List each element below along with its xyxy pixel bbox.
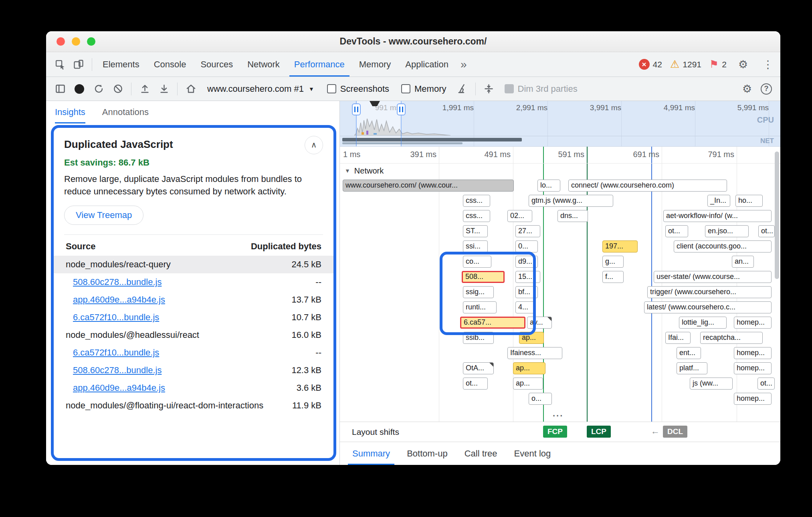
collect-garbage-icon[interactable]: [453, 80, 471, 98]
network-request-bar[interactable]: Ifai...: [665, 332, 691, 344]
network-request-bar[interactable]: 0...: [515, 240, 538, 252]
source-file-link[interactable]: app.460d9e...a94b4e.js: [73, 295, 291, 305]
network-request-bar[interactable]: css...: [463, 195, 490, 207]
network-request-bar[interactable]: ot...: [665, 225, 688, 237]
network-request-bar[interactable]: latest/ (www.coursehero.c...: [644, 301, 772, 313]
network-request-bar[interactable]: ap...: [513, 362, 545, 374]
vertical-scrollbar[interactable]: [775, 151, 779, 279]
network-request-bar[interactable]: ST...: [463, 225, 488, 237]
more-tabs-button[interactable]: »: [456, 52, 472, 77]
network-request-bar[interactable]: connect/ (www.coursehero.com): [568, 180, 727, 192]
selection-handle-left[interactable]: [352, 103, 361, 115]
network-request-bar[interactable]: dns...: [557, 210, 588, 222]
network-request-bar[interactable]: 02...: [507, 210, 532, 222]
network-request-bar[interactable]: f...: [602, 271, 624, 283]
minimize-button[interactable]: [72, 37, 80, 46]
network-request-bar[interactable]: lo...: [537, 180, 560, 192]
close-button[interactable]: [57, 37, 65, 46]
reload-and-record-button[interactable]: [89, 80, 108, 98]
network-request-bar[interactable]: platf...: [677, 362, 707, 374]
capture-settings-gear-icon[interactable]: ⚙: [738, 80, 756, 98]
source-file-link[interactable]: 6.ca572f10...bundle.js: [73, 347, 315, 358]
source-file-link[interactable]: app.460d9e...a94b4e.js: [73, 383, 297, 393]
record-button[interactable]: [70, 80, 89, 98]
network-request-bar[interactable]: _In...: [707, 195, 730, 207]
network-request-bar[interactable]: d9...: [515, 256, 538, 268]
network-request-bar[interactable]: ot...: [463, 378, 488, 390]
tab-network[interactable]: Network: [240, 52, 287, 77]
checkbox-icon[interactable]: [505, 84, 514, 93]
network-request-bar[interactable]: en.jso...: [705, 225, 749, 237]
zoom-button[interactable]: [87, 37, 95, 46]
source-file-link[interactable]: 6.ca572f10...bundle.js: [73, 312, 291, 323]
device-toolbar-icon[interactable]: [70, 56, 87, 73]
network-request-bar[interactable]: 6.ca57...: [460, 317, 525, 329]
network-request-bar[interactable]: ay...: [527, 317, 552, 329]
drawer-tab-call-tree[interactable]: Call tree: [456, 442, 506, 465]
tab-elements[interactable]: Elements: [95, 52, 147, 77]
network-request-bar[interactable]: user-state/ (www.course...: [654, 271, 772, 283]
network-request-bar[interactable]: 508...: [462, 271, 505, 283]
tab-sources[interactable]: Sources: [193, 52, 240, 77]
network-request-bar[interactable]: 15...: [515, 271, 540, 283]
collapse-sections-icon[interactable]: [480, 80, 498, 98]
network-request-bar[interactable]: ot...: [757, 378, 775, 390]
source-file-link[interactable]: 508.60c278...bundle.js: [73, 365, 291, 376]
network-request-bar[interactable]: gtm.js (www.g...: [529, 195, 613, 207]
timeline-overview[interactable]: 991 ms1,991 ms2,991 ms3,991 ms4,991 ms5,…: [340, 101, 780, 147]
network-request-bar[interactable]: ap...: [519, 332, 544, 344]
network-request-bar[interactable]: 27...: [515, 225, 540, 237]
view-treemap-button[interactable]: View Treemap: [64, 206, 143, 225]
network-track-header[interactable]: ▼ Network: [340, 164, 780, 178]
network-request-bar[interactable]: ho...: [735, 195, 763, 207]
network-request-bar[interactable]: js (ww...: [690, 378, 733, 390]
network-request-bar[interactable]: g...: [602, 256, 624, 268]
network-request-bar[interactable]: an...: [732, 256, 754, 268]
error-count-badge[interactable]: × 42: [639, 59, 662, 70]
upload-profile-icon[interactable]: [135, 80, 154, 98]
network-request-bar[interactable]: ...: [550, 408, 566, 420]
sidebar-tab-insights[interactable]: Insights: [55, 101, 85, 123]
network-request-bar[interactable]: ssib...: [463, 332, 494, 344]
network-request-bar[interactable]: 4...: [515, 301, 535, 313]
checkbox-icon[interactable]: [401, 84, 410, 93]
network-request-bar[interactable]: ent...: [677, 347, 701, 359]
collapse-insight-button[interactable]: ∧: [305, 136, 323, 154]
network-request-bar[interactable]: bf...: [515, 286, 538, 298]
settings-gear-icon[interactable]: ⚙: [735, 56, 751, 73]
network-request-bar[interactable]: lottie_lig...: [679, 317, 727, 329]
warning-count-badge[interactable]: ⚠ 1291: [670, 58, 701, 71]
network-request-bar[interactable]: ssi...: [463, 240, 488, 252]
network-request-bar[interactable]: trigger/ (www.coursehero...: [647, 286, 772, 298]
source-file-link[interactable]: 508.60c278...bundle.js: [73, 277, 315, 287]
dim-3rd-parties-checkbox[interactable]: Dim 3rd parties: [499, 84, 583, 94]
tab-console[interactable]: Console: [147, 52, 194, 77]
network-request-bar[interactable]: www.coursehero.com/ (www.cour...: [343, 180, 514, 192]
screenshots-checkbox[interactable]: Screenshots: [321, 84, 395, 94]
network-request-bar[interactable]: runti...: [463, 301, 497, 313]
network-request-bar[interactable]: 197...: [602, 240, 638, 252]
dock-panel-icon[interactable]: [51, 80, 69, 98]
network-request-bar[interactable]: homep...: [734, 393, 772, 405]
drawer-tab-event-log[interactable]: Event log: [506, 442, 560, 465]
clear-recording-icon[interactable]: [109, 80, 127, 98]
network-request-bar[interactable]: css...: [463, 210, 490, 222]
network-request-bar[interactable]: ssig...: [463, 286, 494, 298]
sidebar-tab-annotations[interactable]: Annotations: [102, 101, 149, 123]
network-request-bar[interactable]: homep...: [734, 362, 772, 374]
tab-application[interactable]: Application: [398, 52, 456, 77]
network-request-bar[interactable]: o...: [529, 393, 552, 405]
memory-checkbox[interactable]: Memory: [396, 84, 452, 94]
network-request-bar[interactable]: co...: [463, 256, 491, 268]
network-request-bar[interactable]: homep...: [734, 347, 772, 359]
checkbox-icon[interactable]: [327, 84, 336, 93]
network-request-bar[interactable]: client (accounts.goo...: [674, 240, 772, 252]
inspect-element-icon[interactable]: [52, 56, 69, 73]
network-request-bar[interactable]: aet-workflow-info/ (w...: [663, 210, 772, 222]
issues-count-badge[interactable]: ⚑ 2: [709, 58, 727, 71]
download-profile-icon[interactable]: [155, 80, 173, 98]
network-request-bar[interactable]: recaptcha...: [700, 332, 763, 344]
disclosure-triangle-icon[interactable]: ▼: [345, 168, 350, 174]
home-icon[interactable]: [182, 80, 200, 98]
drawer-tab-bottom-up[interactable]: Bottom-up: [398, 442, 456, 465]
